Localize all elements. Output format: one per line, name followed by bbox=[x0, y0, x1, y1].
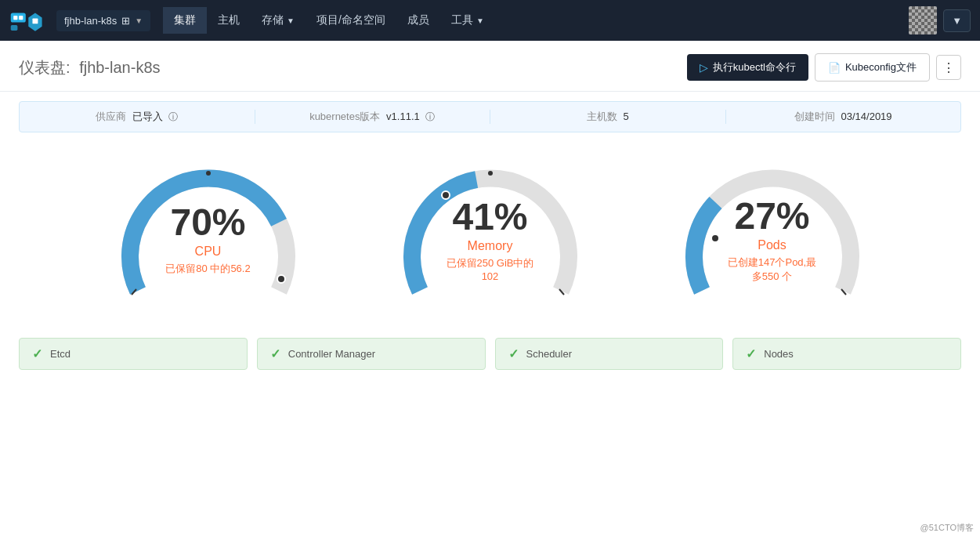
terminal-icon: ▷ bbox=[700, 61, 708, 74]
svg-point-5 bbox=[277, 275, 285, 283]
cpu-sublabel: 已保留80 中的56.2 bbox=[165, 262, 250, 276]
info-host-count: 主机数 5 bbox=[490, 110, 726, 124]
kubeconfig-button[interactable]: 📄 Kubeconfig文件 bbox=[815, 53, 930, 82]
controller-name: Controller Manager bbox=[288, 348, 375, 360]
kubeconfig-label: Kubeconfig文件 bbox=[845, 60, 917, 74]
status-etcd: ✓ Etcd bbox=[19, 338, 248, 370]
host-count-label: 主机数 bbox=[587, 111, 617, 122]
nav-item-host[interactable]: 主机 bbox=[207, 7, 251, 34]
nav-item-projects[interactable]: 项目/命名空间 bbox=[306, 7, 396, 34]
info-vendor: 供应商 已导入 ⓘ bbox=[20, 110, 255, 124]
page-header: 仪表盘: fjhb-lan-k8s ▷ 执行kubectl命令行 📄 Kubec… bbox=[0, 41, 980, 92]
controller-check-icon: ✓ bbox=[270, 346, 280, 361]
svg-point-6 bbox=[206, 171, 211, 176]
cluster-name-label: fjhb-lan-k8s bbox=[64, 15, 117, 27]
scheduler-check-icon: ✓ bbox=[508, 346, 519, 361]
status-nodes: ✓ Nodes bbox=[732, 338, 961, 370]
info-k8s-version: kubernetes版本 v1.11.1 ⓘ bbox=[255, 110, 491, 124]
pods-percent: 27% bbox=[725, 198, 819, 235]
etcd-check-icon: ✓ bbox=[32, 346, 42, 361]
nav-members-label: 成员 bbox=[407, 13, 429, 27]
nav-tools-label: 工具 bbox=[451, 13, 473, 27]
nodes-check-icon: ✓ bbox=[746, 346, 756, 361]
navbar-more-btn[interactable]: ▼ bbox=[943, 9, 971, 32]
svg-rect-4 bbox=[11, 25, 18, 31]
vendor-value: 已导入 bbox=[132, 111, 163, 122]
memory-sublabel: 已保留250 GiB中的102 bbox=[443, 256, 537, 282]
created-value: 03/14/2019 bbox=[841, 111, 892, 122]
svg-point-11 bbox=[711, 234, 719, 242]
more-options-button[interactable]: ⋮ bbox=[936, 55, 961, 80]
watermark: @51CTO博客 bbox=[920, 522, 974, 534]
k8s-version-label: kubernetes版本 bbox=[309, 111, 380, 122]
page-title-prefix: 仪表盘: bbox=[19, 59, 71, 76]
nav-item-storage[interactable]: 存储 ▼ bbox=[251, 7, 306, 34]
memory-gauge: 41% Memory 已保留250 GiB中的102 bbox=[373, 158, 608, 314]
main-nav: 集群 主机 存储 ▼ 项目/命名空间 成员 工具 ▼ bbox=[163, 7, 909, 34]
nav-item-cluster[interactable]: 集群 bbox=[163, 7, 207, 34]
info-bar: 供应商 已导入 ⓘ kubernetes版本 v1.11.1 ⓘ 主机数 5 创… bbox=[19, 101, 961, 132]
nav-host-label: 主机 bbox=[218, 13, 240, 27]
cpu-center-text: 70% CPU 已保留80 中的56.2 bbox=[165, 204, 250, 276]
nav-cluster-label: 集群 bbox=[174, 13, 196, 27]
cpu-percent: 70% bbox=[165, 204, 250, 241]
kubectl-label: 执行kubectl命令行 bbox=[713, 60, 796, 74]
cpu-gauge: 70% CPU 已保留80 中的56.2 bbox=[91, 158, 326, 314]
navbar-right: ▼ bbox=[909, 6, 971, 34]
svg-rect-2 bbox=[19, 16, 23, 20]
storage-dropdown-icon: ▼ bbox=[287, 16, 295, 25]
cluster-icon: ⊞ bbox=[121, 15, 130, 27]
cluster-selector[interactable]: fjhb-lan-k8s ⊞ ▼ bbox=[56, 10, 150, 31]
memory-label: Memory bbox=[443, 239, 537, 253]
memory-center-text: 41% Memory 已保留250 GiB中的102 bbox=[443, 198, 537, 282]
svg-rect-1 bbox=[13, 16, 17, 20]
svg-rect-3 bbox=[32, 18, 38, 24]
memory-percent: 41% bbox=[443, 198, 537, 236]
pods-gauge: 27% Pods 已创建147个Pod,最多550 个 bbox=[655, 158, 890, 314]
page-title-cluster: fjhb-lan-k8s bbox=[79, 59, 160, 76]
k8s-version-value: v1.11.1 bbox=[386, 111, 420, 122]
scheduler-name: Scheduler bbox=[526, 348, 573, 360]
file-icon: 📄 bbox=[828, 62, 841, 74]
vendor-label: 供应商 bbox=[96, 111, 126, 122]
nav-item-members[interactable]: 成员 bbox=[396, 7, 440, 34]
nav-storage-label: 存储 bbox=[262, 13, 284, 27]
app-logo bbox=[9, 6, 50, 34]
header-actions: ▷ 执行kubectl命令行 📄 Kubeconfig文件 ⋮ bbox=[687, 53, 961, 82]
status-scheduler: ✓ Scheduler bbox=[495, 338, 724, 370]
kubectl-button[interactable]: ▷ 执行kubectl命令行 bbox=[687, 54, 808, 81]
gauges-section: 70% CPU 已保留80 中的56.2 41% Memory 已保留250 G bbox=[0, 142, 980, 338]
tools-dropdown-icon: ▼ bbox=[476, 16, 484, 25]
nav-projects-label: 项目/命名空间 bbox=[316, 13, 385, 27]
host-count-value: 5 bbox=[623, 111, 628, 122]
vendor-info-icon[interactable]: ⓘ bbox=[168, 111, 178, 122]
cpu-label: CPU bbox=[165, 245, 250, 259]
etcd-name: Etcd bbox=[50, 348, 71, 360]
cpu-gauge-wrapper: 70% CPU 已保留80 中的56.2 bbox=[114, 158, 302, 314]
nav-item-tools[interactable]: 工具 ▼ bbox=[440, 7, 495, 34]
navbar: fjhb-lan-k8s ⊞ ▼ 集群 主机 存储 ▼ 项目/命名空间 成员 工… bbox=[0, 0, 980, 41]
k8s-info-icon[interactable]: ⓘ bbox=[425, 111, 435, 122]
svg-point-8 bbox=[488, 171, 493, 176]
info-created-time: 创建时间 03/14/2019 bbox=[726, 110, 961, 124]
page-title: 仪表盘: fjhb-lan-k8s bbox=[19, 57, 161, 78]
cluster-dropdown-icon: ▼ bbox=[135, 16, 143, 25]
pods-label: Pods bbox=[725, 238, 819, 252]
pods-gauge-wrapper: 27% Pods 已创建147个Pod,最多550 个 bbox=[678, 158, 866, 314]
pods-center-text: 27% Pods 已创建147个Pod,最多550 个 bbox=[725, 198, 819, 284]
svg-rect-0 bbox=[11, 13, 26, 22]
dots-icon: ⋮ bbox=[942, 60, 955, 75]
status-bar: ✓ Etcd ✓ Controller Manager ✓ Scheduler … bbox=[0, 338, 980, 382]
pods-sublabel: 已创建147个Pod,最多550 个 bbox=[725, 256, 819, 284]
nodes-name: Nodes bbox=[764, 348, 794, 360]
user-avatar[interactable] bbox=[909, 6, 937, 34]
created-label: 创建时间 bbox=[794, 111, 835, 122]
status-controller-manager: ✓ Controller Manager bbox=[257, 338, 486, 370]
memory-gauge-wrapper: 41% Memory 已保留250 GiB中的102 bbox=[396, 158, 584, 314]
